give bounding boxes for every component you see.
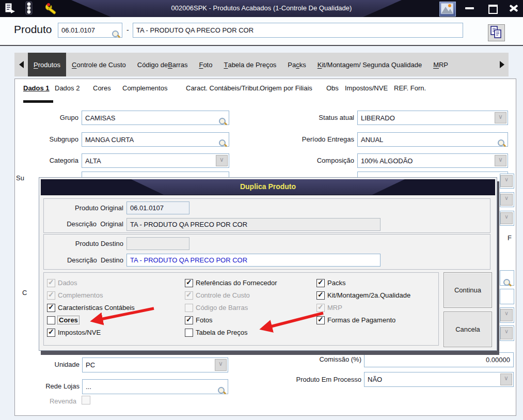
subtab-obs[interactable]: Obs: [326, 84, 339, 92]
subtab-origem-por-filiais[interactable]: Origem por Filiais: [260, 84, 312, 92]
periodo-entregas-input[interactable]: ANUAL: [357, 132, 508, 147]
composicao-select[interactable]: 100% ALGODÃO: [357, 153, 508, 168]
search-icon[interactable]: [498, 139, 506, 148]
produto-em-processo-select[interactable]: NÃO: [364, 372, 514, 387]
subtab-dados-1[interactable]: Dados 1: [23, 84, 50, 92]
checkbox-row-controle-de-custo[interactable]: Controle de Custo: [185, 291, 277, 299]
selected-subtab-indicator: [23, 100, 53, 103]
search-icon[interactable]: [112, 30, 120, 39]
status-atual-select[interactable]: LIBERADO: [357, 111, 508, 125]
tab-foto[interactable]: Foto: [193, 53, 218, 76]
checkbox-tabela-de-pre-os[interactable]: [185, 329, 193, 337]
maximize-button[interactable]: [488, 5, 498, 14]
chevron-down-icon[interactable]: [495, 155, 506, 166]
cancela-label: Cancela: [455, 325, 480, 333]
dialog-titlebar: Duplica Produto: [41, 179, 495, 195]
checkbox-row-kit-montagem-2a-qualidade[interactable]: Kit/Montagem/2a.Qualidade: [316, 291, 410, 299]
checkbox-label: Tabela de Preços: [196, 329, 247, 336]
product-description-input[interactable]: TA - PRODUTO QA PRECO POR COR: [133, 23, 463, 38]
traffic-light-icon[interactable]: [23, 1, 35, 17]
chevron-down-icon[interactable]: [495, 112, 506, 123]
tab-controle-de-custo[interactable]: Controle de Custo: [66, 53, 132, 76]
checkbox-label: Dados: [58, 279, 77, 287]
checkbox-label: Complementos: [58, 291, 103, 299]
subtab-cores[interactable]: Cores: [93, 84, 111, 92]
tab-c-digo-de-barras[interactable]: Código de Barras: [132, 53, 194, 76]
categoria-label: Categoria: [21, 157, 78, 164]
checkbox-caracter-sticas-cont-beis[interactable]: [47, 304, 55, 312]
tab-tabela-de-pre-os[interactable]: Tabela de Preços: [218, 53, 282, 76]
descricao-destino-input[interactable]: TA - PRODUTO QA PRECO POR COR: [126, 254, 381, 267]
checkbox-kit-montagem-2a-qualidade[interactable]: [316, 291, 325, 300]
rede-lojas-input[interactable]: ...: [82, 379, 228, 394]
copy-button[interactable]: [488, 24, 505, 41]
chevron-down-icon[interactable]: [215, 359, 227, 371]
product-code-input[interactable]: 06.01.0107: [58, 23, 122, 38]
checkbox-row-mrp[interactable]: MRP: [316, 304, 410, 312]
tab-kit-montagem-segunda-qualidade[interactable]: Kit/Montagem/ Segunda Qualidade: [312, 53, 427, 76]
checkbox-row-tabela-de-pre-os[interactable]: Tabela de Preços: [185, 329, 277, 336]
checkbox-row-packs[interactable]: Packs: [316, 279, 410, 287]
rede-lojas-label: Rede Lojas: [38, 382, 80, 390]
search-icon[interactable]: [218, 387, 226, 395]
subgrupo-input[interactable]: MANGA CURTA: [82, 132, 229, 147]
minimize-button[interactable]: [465, 7, 474, 9]
checkbox-fotos[interactable]: [185, 316, 193, 324]
checkbox-refer-ncias-do-fornecedor[interactable]: [185, 279, 193, 287]
checkbox-row-fotos[interactable]: Fotos: [185, 316, 277, 324]
wrench-icon[interactable]: [44, 2, 58, 17]
subtab-complementos[interactable]: Complementos: [122, 84, 167, 92]
composicao-label: Composição: [279, 157, 354, 164]
categoria-select[interactable]: ALTA: [82, 153, 229, 168]
checkbox-row-cores[interactable]: Cores: [47, 316, 135, 324]
checkbox-row-refer-ncias-do-fornecedor[interactable]: Referências do Fornecedor: [185, 279, 277, 287]
export-icon[interactable]: [4, 2, 16, 17]
comissao-input[interactable]: 0.00000: [364, 352, 514, 367]
status-atual-label: Status atual: [279, 114, 354, 121]
grupo-label: Grupo: [21, 114, 78, 121]
chevron-down-icon[interactable]: [500, 374, 512, 385]
tab-mrp[interactable]: MRP: [427, 53, 454, 76]
checkbox-row-dados[interactable]: Dados: [47, 279, 135, 287]
picture-icon[interactable]: [439, 2, 456, 17]
continua-button[interactable]: Continua: [443, 272, 492, 308]
produto-original-label: Produto Original: [49, 204, 123, 212]
descricao-destino-value: TA - PRODUTO QA PRECO POR COR: [130, 256, 247, 264]
checkbox-controle-de-custo: [185, 291, 193, 300]
tab-packs[interactable]: Packs: [282, 53, 311, 76]
tab-scroll-right-icon[interactable]: [495, 53, 509, 76]
checkbox-row-impostos-nve[interactable]: Impostos/NVE: [47, 329, 135, 336]
subtab-impostos-nve[interactable]: Impostos/NVE: [345, 84, 388, 92]
tab-produtos[interactable]: Produtos: [28, 53, 66, 76]
checkbox-row-complementos[interactable]: Complementos: [47, 291, 135, 299]
subtab-ref-forn[interactable]: REF. Forn.: [394, 84, 426, 92]
subtab-dados-2[interactable]: Dados 2: [55, 84, 80, 92]
tab-scroll-left-icon[interactable]: [14, 53, 28, 76]
grupo-input[interactable]: CAMISAS: [82, 111, 229, 125]
produto-destino-input[interactable]: [126, 237, 189, 250]
checkbox-formas-de-pagamento[interactable]: [316, 316, 325, 324]
composicao-value: 100% ALGODÃO: [361, 157, 413, 165]
checkbox-cores[interactable]: [47, 316, 55, 324]
cancela-button[interactable]: Cancela: [443, 312, 492, 347]
checkbox-row-caracter-sticas-cont-beis[interactable]: Características Contábeis: [47, 304, 135, 312]
checkbox-row-formas-de-pagamento[interactable]: Formas de Pagamento: [316, 316, 410, 324]
descricao-destino-label: Descrição Destino: [43, 256, 123, 264]
checkbox-impostos-nve[interactable]: [47, 329, 55, 337]
unidade-label: Unidade: [49, 361, 80, 368]
checkbox-dados: [47, 279, 55, 287]
covered-label-c: C: [22, 289, 27, 297]
checkbox-label: Kit/Montagem/2a.Qualidade: [327, 291, 410, 299]
close-button[interactable]: [510, 5, 518, 12]
checkbox-label: Referências do Fornecedor: [196, 279, 277, 287]
chevron-down-icon[interactable]: [216, 155, 228, 166]
search-icon[interactable]: [219, 139, 227, 148]
unidade-select[interactable]: PC: [82, 357, 228, 372]
checkbox-packs[interactable]: [316, 279, 325, 287]
search-icon[interactable]: [219, 118, 227, 126]
checkbox-label: Código de Barras: [196, 304, 248, 312]
subtab-caract-cont-beis-tribut[interactable]: Caract. Contábeis/Tribut.: [186, 84, 260, 92]
revenda-checkbox[interactable]: [82, 396, 90, 405]
product-code-value: 06.01.0107: [61, 26, 95, 34]
checkbox-row-c-digo-de-barras[interactable]: Código de Barras: [185, 304, 277, 312]
